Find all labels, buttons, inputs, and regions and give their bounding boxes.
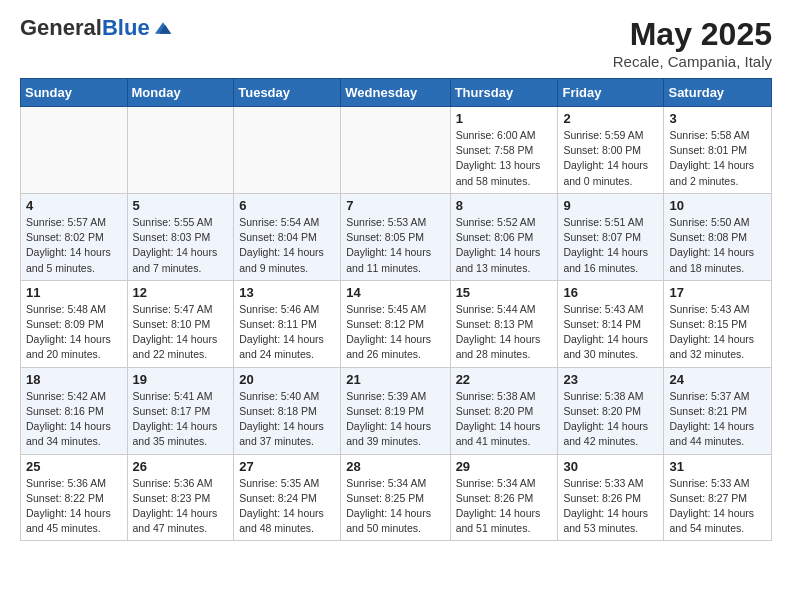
day-number: 24 <box>669 372 766 387</box>
day-info: Sunrise: 5:40 AMSunset: 8:18 PMDaylight:… <box>239 389 335 450</box>
calendar-header-friday: Friday <box>558 79 664 107</box>
day-info: Sunrise: 5:50 AMSunset: 8:08 PMDaylight:… <box>669 215 766 276</box>
day-info: Sunrise: 5:38 AMSunset: 8:20 PMDaylight:… <box>456 389 553 450</box>
day-info: Sunrise: 5:36 AMSunset: 8:22 PMDaylight:… <box>26 476 122 537</box>
calendar-cell: 18Sunrise: 5:42 AMSunset: 8:16 PMDayligh… <box>21 367 128 454</box>
day-number: 30 <box>563 459 658 474</box>
day-number: 2 <box>563 111 658 126</box>
day-number: 5 <box>133 198 229 213</box>
day-info: Sunrise: 5:33 AMSunset: 8:27 PMDaylight:… <box>669 476 766 537</box>
calendar-cell: 29Sunrise: 5:34 AMSunset: 8:26 PMDayligh… <box>450 454 558 541</box>
day-info: Sunrise: 5:34 AMSunset: 8:26 PMDaylight:… <box>456 476 553 537</box>
calendar-cell: 9Sunrise: 5:51 AMSunset: 8:07 PMDaylight… <box>558 193 664 280</box>
day-info: Sunrise: 5:51 AMSunset: 8:07 PMDaylight:… <box>563 215 658 276</box>
calendar-cell: 25Sunrise: 5:36 AMSunset: 8:22 PMDayligh… <box>21 454 128 541</box>
calendar-cell: 15Sunrise: 5:44 AMSunset: 8:13 PMDayligh… <box>450 280 558 367</box>
day-number: 6 <box>239 198 335 213</box>
logo-blue: Blue <box>102 15 150 40</box>
logo-text: GeneralBlue <box>20 16 150 40</box>
day-number: 4 <box>26 198 122 213</box>
calendar-cell: 19Sunrise: 5:41 AMSunset: 8:17 PMDayligh… <box>127 367 234 454</box>
calendar-cell: 4Sunrise: 5:57 AMSunset: 8:02 PMDaylight… <box>21 193 128 280</box>
day-info: Sunrise: 5:43 AMSunset: 8:14 PMDaylight:… <box>563 302 658 363</box>
day-number: 23 <box>563 372 658 387</box>
day-number: 14 <box>346 285 444 300</box>
calendar-cell: 12Sunrise: 5:47 AMSunset: 8:10 PMDayligh… <box>127 280 234 367</box>
day-info: Sunrise: 5:48 AMSunset: 8:09 PMDaylight:… <box>26 302 122 363</box>
day-number: 18 <box>26 372 122 387</box>
day-number: 12 <box>133 285 229 300</box>
day-info: Sunrise: 5:37 AMSunset: 8:21 PMDaylight:… <box>669 389 766 450</box>
title-block: May 2025 Recale, Campania, Italy <box>613 16 772 70</box>
day-info: Sunrise: 5:41 AMSunset: 8:17 PMDaylight:… <box>133 389 229 450</box>
day-info: Sunrise: 5:52 AMSunset: 8:06 PMDaylight:… <box>456 215 553 276</box>
calendar-header-thursday: Thursday <box>450 79 558 107</box>
calendar-cell: 22Sunrise: 5:38 AMSunset: 8:20 PMDayligh… <box>450 367 558 454</box>
day-info: Sunrise: 5:39 AMSunset: 8:19 PMDaylight:… <box>346 389 444 450</box>
day-info: Sunrise: 5:59 AMSunset: 8:00 PMDaylight:… <box>563 128 658 189</box>
calendar-cell <box>127 107 234 194</box>
calendar-cell: 23Sunrise: 5:38 AMSunset: 8:20 PMDayligh… <box>558 367 664 454</box>
logo-icon <box>152 17 174 39</box>
day-number: 7 <box>346 198 444 213</box>
day-info: Sunrise: 5:34 AMSunset: 8:25 PMDaylight:… <box>346 476 444 537</box>
calendar-header-monday: Monday <box>127 79 234 107</box>
calendar-cell <box>234 107 341 194</box>
subtitle: Recale, Campania, Italy <box>613 53 772 70</box>
calendar-cell: 5Sunrise: 5:55 AMSunset: 8:03 PMDaylight… <box>127 193 234 280</box>
header: GeneralBlue May 2025 Recale, Campania, I… <box>20 16 772 70</box>
day-info: Sunrise: 5:45 AMSunset: 8:12 PMDaylight:… <box>346 302 444 363</box>
day-number: 10 <box>669 198 766 213</box>
calendar-header-tuesday: Tuesday <box>234 79 341 107</box>
day-info: Sunrise: 5:58 AMSunset: 8:01 PMDaylight:… <box>669 128 766 189</box>
day-number: 15 <box>456 285 553 300</box>
calendar-cell: 20Sunrise: 5:40 AMSunset: 8:18 PMDayligh… <box>234 367 341 454</box>
calendar-header-row: SundayMondayTuesdayWednesdayThursdayFrid… <box>21 79 772 107</box>
day-info: Sunrise: 5:33 AMSunset: 8:26 PMDaylight:… <box>563 476 658 537</box>
day-number: 21 <box>346 372 444 387</box>
day-number: 17 <box>669 285 766 300</box>
day-number: 1 <box>456 111 553 126</box>
calendar-week-5: 25Sunrise: 5:36 AMSunset: 8:22 PMDayligh… <box>21 454 772 541</box>
calendar-cell: 6Sunrise: 5:54 AMSunset: 8:04 PMDaylight… <box>234 193 341 280</box>
day-info: Sunrise: 6:00 AMSunset: 7:58 PMDaylight:… <box>456 128 553 189</box>
day-number: 9 <box>563 198 658 213</box>
day-number: 22 <box>456 372 553 387</box>
calendar-header-wednesday: Wednesday <box>341 79 450 107</box>
calendar-cell: 13Sunrise: 5:46 AMSunset: 8:11 PMDayligh… <box>234 280 341 367</box>
calendar-cell: 14Sunrise: 5:45 AMSunset: 8:12 PMDayligh… <box>341 280 450 367</box>
calendar-cell: 21Sunrise: 5:39 AMSunset: 8:19 PMDayligh… <box>341 367 450 454</box>
calendar-cell: 17Sunrise: 5:43 AMSunset: 8:15 PMDayligh… <box>664 280 772 367</box>
day-number: 31 <box>669 459 766 474</box>
calendar-week-2: 4Sunrise: 5:57 AMSunset: 8:02 PMDaylight… <box>21 193 772 280</box>
day-number: 3 <box>669 111 766 126</box>
calendar-cell: 28Sunrise: 5:34 AMSunset: 8:25 PMDayligh… <box>341 454 450 541</box>
calendar-cell: 3Sunrise: 5:58 AMSunset: 8:01 PMDaylight… <box>664 107 772 194</box>
calendar-cell: 7Sunrise: 5:53 AMSunset: 8:05 PMDaylight… <box>341 193 450 280</box>
calendar-cell: 1Sunrise: 6:00 AMSunset: 7:58 PMDaylight… <box>450 107 558 194</box>
calendar-cell: 10Sunrise: 5:50 AMSunset: 8:08 PMDayligh… <box>664 193 772 280</box>
page: GeneralBlue May 2025 Recale, Campania, I… <box>0 0 792 557</box>
day-number: 13 <box>239 285 335 300</box>
day-number: 27 <box>239 459 335 474</box>
day-info: Sunrise: 5:35 AMSunset: 8:24 PMDaylight:… <box>239 476 335 537</box>
calendar-cell: 11Sunrise: 5:48 AMSunset: 8:09 PMDayligh… <box>21 280 128 367</box>
day-number: 19 <box>133 372 229 387</box>
day-number: 20 <box>239 372 335 387</box>
day-number: 26 <box>133 459 229 474</box>
day-info: Sunrise: 5:38 AMSunset: 8:20 PMDaylight:… <box>563 389 658 450</box>
day-number: 28 <box>346 459 444 474</box>
calendar-cell: 8Sunrise: 5:52 AMSunset: 8:06 PMDaylight… <box>450 193 558 280</box>
day-info: Sunrise: 5:57 AMSunset: 8:02 PMDaylight:… <box>26 215 122 276</box>
day-number: 8 <box>456 198 553 213</box>
calendar-cell: 30Sunrise: 5:33 AMSunset: 8:26 PMDayligh… <box>558 454 664 541</box>
calendar-cell <box>341 107 450 194</box>
calendar-cell: 27Sunrise: 5:35 AMSunset: 8:24 PMDayligh… <box>234 454 341 541</box>
day-number: 11 <box>26 285 122 300</box>
day-info: Sunrise: 5:54 AMSunset: 8:04 PMDaylight:… <box>239 215 335 276</box>
calendar-table: SundayMondayTuesdayWednesdayThursdayFrid… <box>20 78 772 541</box>
calendar-cell: 26Sunrise: 5:36 AMSunset: 8:23 PMDayligh… <box>127 454 234 541</box>
day-info: Sunrise: 5:43 AMSunset: 8:15 PMDaylight:… <box>669 302 766 363</box>
calendar-cell <box>21 107 128 194</box>
calendar-week-4: 18Sunrise: 5:42 AMSunset: 8:16 PMDayligh… <box>21 367 772 454</box>
